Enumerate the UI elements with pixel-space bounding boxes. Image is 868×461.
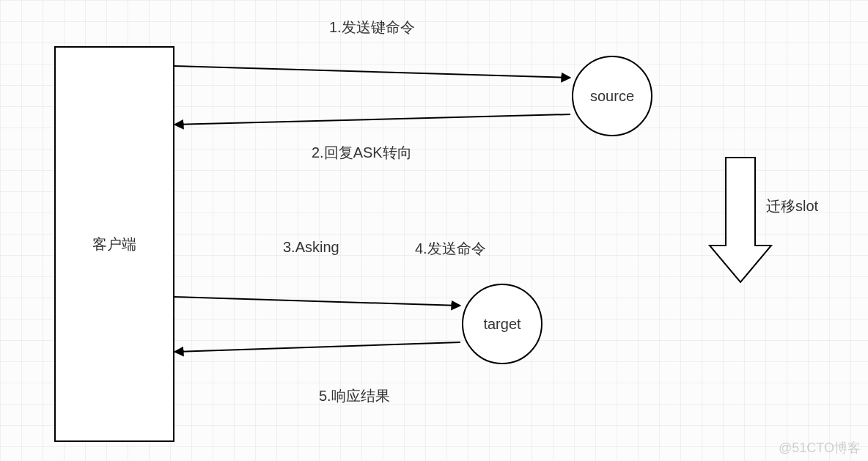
client-label: 客户端 (92, 235, 136, 254)
target-node: target (462, 284, 542, 364)
step-3-label: 3.Asking (283, 239, 339, 256)
arrow-step-5 (174, 342, 460, 352)
migrate-arrow (710, 158, 771, 282)
source-label: source (590, 88, 634, 105)
migrate-label: 迁移slot (766, 196, 818, 216)
arrow-steps-3-4 (173, 297, 460, 306)
step-1-label: 1.发送键命令 (329, 18, 415, 37)
arrow-step-1 (173, 66, 570, 78)
watermark: @51CTO博客 (779, 439, 861, 457)
arrow-step-2 (174, 114, 570, 125)
client-box: 客户端 (54, 46, 174, 442)
target-label: target (483, 316, 521, 333)
step-4-label: 4.发送命令 (415, 239, 486, 259)
step-5-label: 5.响应结果 (319, 386, 390, 406)
step-2-label: 2.回复ASK转向 (312, 143, 412, 163)
source-node: source (572, 56, 652, 136)
